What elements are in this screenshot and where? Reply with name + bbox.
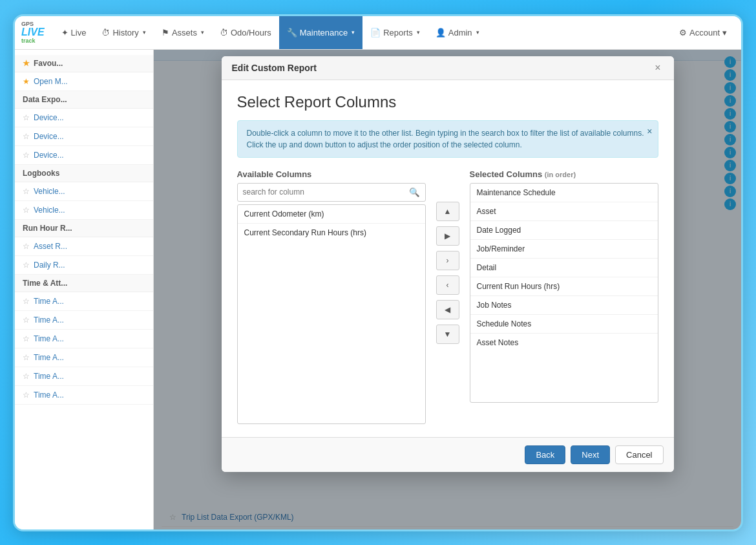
sidebar-star-vehicle1: ☆ <box>23 187 30 196</box>
sidebar-star-device2: ☆ <box>23 132 30 141</box>
selected-col-item-7[interactable]: Job Notes <box>470 296 658 315</box>
move-down-button[interactable]: ▼ <box>436 325 459 344</box>
search-button[interactable]: 🔍 <box>404 184 425 201</box>
admin-icon: 👤 <box>436 28 446 37</box>
sidebar-run-hours-label: Run Hour R... <box>23 224 72 233</box>
navbar: GPS LIVE track ✦ Live ⏱ History ▾ ⚑ Asse… <box>15 16 741 50</box>
live-icon: ✦ <box>61 28 68 37</box>
modal-body: Select Report Columns Double-click a col… <box>222 80 674 437</box>
account-label: Account <box>689 28 720 37</box>
sidebar-data-export-label: Data Expo... <box>23 95 67 104</box>
account-caret: ▾ <box>722 28 727 37</box>
sidebar-item-vehicle1[interactable]: ☆ Vehicle... <box>15 182 153 201</box>
sidebar-section-logbooks: Logbooks <box>15 165 153 182</box>
sidebar-item-time3[interactable]: ☆ Time A... <box>15 330 153 348</box>
account-gear-icon: ⚙ <box>679 28 687 37</box>
nav-admin[interactable]: 👤 Admin ▾ <box>428 16 487 49</box>
sidebar-section-favourites: ★ Favou... <box>15 55 153 72</box>
nav-odo[interactable]: ⏱ Odo/Hours <box>212 16 279 49</box>
reports-caret: ▾ <box>417 29 420 36</box>
sidebar-item-time1[interactable]: ☆ Time A... <box>15 292 153 311</box>
selected-columns-list: Maintenance Schedule Asset Date Logged J… <box>470 183 658 403</box>
account-menu[interactable]: ⚙ Account ▾ <box>671 16 735 49</box>
move-left-button[interactable]: ‹ <box>436 275 459 295</box>
sidebar-star-time4: ☆ <box>23 353 30 362</box>
sidebar-section-data-export: Data Expo... <box>15 91 153 109</box>
available-col-item-2[interactable]: Current Secondary Run Hours (hrs) <box>238 224 425 242</box>
nav-live[interactable]: ✦ Live <box>54 16 94 49</box>
modal-footer: Back Next Cancel <box>222 437 674 472</box>
sidebar-star-daily-r: ☆ <box>23 261 30 270</box>
sidebar-item-time2[interactable]: ☆ Time A... <box>15 311 153 330</box>
selected-col-item-6[interactable]: Current Run Hours (hrs) <box>470 277 658 296</box>
sidebar-item-asset-r[interactable]: ☆ Asset R... <box>15 237 153 256</box>
arrows-column: ▲ ▶ › ‹ ◀ ▼ <box>426 169 470 344</box>
nav-live-label: Live <box>71 28 87 37</box>
nav-maintenance-label: Maintenance <box>300 28 348 37</box>
nav-odo-label: Odo/Hours <box>231 28 271 37</box>
info-alert: Double-click a column to move it to the … <box>237 120 658 158</box>
nav-reports-label: Reports <box>383 28 413 37</box>
logo-track: track <box>21 37 36 44</box>
admin-caret: ▾ <box>476 29 479 36</box>
selected-col-item-5[interactable]: Detail <box>470 259 658 277</box>
selected-col-item-8[interactable]: Schedule Notes <box>470 315 658 334</box>
selected-col-item-3[interactable]: Date Logged <box>470 221 658 240</box>
sidebar-item-vehicle2[interactable]: ☆ Vehicle... <box>15 201 153 220</box>
available-col-item-1[interactable]: Current Odometer (km) <box>238 205 425 224</box>
sidebar: ★ Favou... ★ Open M... Data Expo... ☆ De… <box>15 50 154 531</box>
sidebar-item-daily-r[interactable]: ☆ Daily R... <box>15 256 153 275</box>
selected-columns-panel: Selected Columns (in order) Maintenance … <box>470 169 658 403</box>
main-area: ★ Favou... ★ Open M... Data Expo... ☆ De… <box>15 50 741 531</box>
search-box: 🔍 <box>237 183 426 202</box>
move-all-left-button[interactable]: ◀ <box>436 300 459 319</box>
sidebar-section-time-att: Time & Att... <box>15 275 153 292</box>
nav-assets-label: Assets <box>172 28 197 37</box>
sidebar-favourites-label: Favou... <box>34 59 63 68</box>
maintenance-caret: ▾ <box>352 29 355 36</box>
move-up-button[interactable]: ▲ <box>436 202 459 221</box>
selected-col-item-2[interactable]: Asset <box>470 202 658 221</box>
sidebar-star-time5: ☆ <box>23 372 30 381</box>
edit-report-modal: Edit Custom Report × Select Report Colum… <box>222 56 674 472</box>
sidebar-item-open[interactable]: ★ Open M... <box>15 72 153 91</box>
reports-icon: 📄 <box>370 28 381 37</box>
next-button[interactable]: Next <box>571 445 610 464</box>
sidebar-section-run-hours: Run Hour R... <box>15 220 153 237</box>
nav-assets[interactable]: ⚑ Assets ▾ <box>154 16 212 49</box>
sidebar-star-asset-r: ☆ <box>23 242 30 251</box>
nav-admin-label: Admin <box>448 28 472 37</box>
modal-close-button[interactable]: × <box>652 63 663 73</box>
selected-col-item-9[interactable]: Asset Notes <box>470 334 658 352</box>
nav-reports[interactable]: 📄 Reports ▾ <box>362 16 428 49</box>
columns-area: Available Columns 🔍 Current Odometer (km… <box>237 169 658 424</box>
nav-maintenance[interactable]: 🔧 Maintenance ▾ <box>279 16 362 49</box>
modal-heading: Select Report Columns <box>237 93 658 111</box>
sidebar-star-time3: ☆ <box>23 334 30 343</box>
nav-history-label: History <box>112 28 138 37</box>
selected-col-item-1[interactable]: Maintenance Schedule <box>470 184 658 202</box>
sidebar-item-time5[interactable]: ☆ Time A... <box>15 367 153 386</box>
sidebar-star-time6: ☆ <box>23 390 30 400</box>
sidebar-item-open-label: Open M... <box>34 77 68 86</box>
available-columns-title: Available Columns <box>237 169 426 179</box>
back-button[interactable]: Back <box>525 445 565 464</box>
content-area: i i i i i i i i i i i i ☆ Trip List Data… <box>154 50 741 531</box>
modal-overlay: Edit Custom Report × Select Report Colum… <box>154 50 741 531</box>
sidebar-item-device3[interactable]: ☆ Device... <box>15 146 153 165</box>
logo: GPS LIVE track <box>21 21 47 44</box>
sidebar-item-device1[interactable]: ☆ Device... <box>15 109 153 127</box>
cancel-button[interactable]: Cancel <box>615 445 663 464</box>
search-input[interactable] <box>238 184 404 200</box>
move-right-button[interactable]: › <box>436 251 459 270</box>
alert-close-button[interactable]: × <box>647 126 652 136</box>
sidebar-item-time4[interactable]: ☆ Time A... <box>15 348 153 367</box>
maintenance-icon: 🔧 <box>287 28 297 37</box>
sidebar-item-time6[interactable]: ☆ Time A... <box>15 386 153 405</box>
sidebar-item-device2[interactable]: ☆ Device... <box>15 127 153 146</box>
nav-history[interactable]: ⏱ History ▾ <box>94 16 153 49</box>
assets-icon: ⚑ <box>162 28 169 37</box>
selected-col-item-4[interactable]: Job/Reminder <box>470 240 658 259</box>
move-all-right-button[interactable]: ▶ <box>436 226 459 246</box>
logo-live: LIVE <box>21 27 45 37</box>
